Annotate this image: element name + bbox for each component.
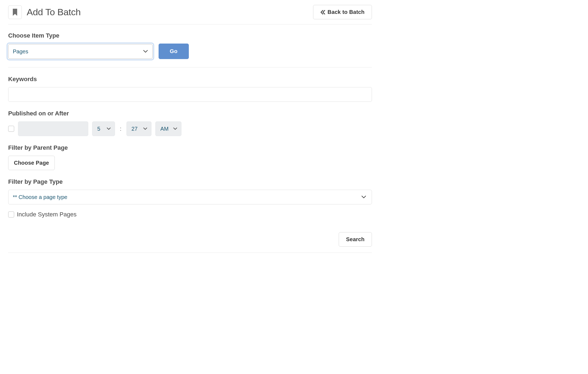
include-system-row: Include System Pages [8,211,372,218]
published-ampm-select[interactable]: AM [155,121,181,136]
minute-select-wrap: 27 [126,121,151,136]
time-colon: : [119,126,123,132]
header-left: Add To Batch [8,5,81,19]
page-title: Add To Batch [27,7,81,17]
search-button[interactable]: Search [339,232,372,247]
page-type-select-wrap: ** Choose a page type [8,190,372,204]
bookmark-icon [8,5,22,19]
published-hour-select[interactable]: 5 [92,121,115,136]
go-button[interactable]: Go [159,44,189,59]
item-type-section: Choose Item Type Pages Go [8,32,372,68]
page-header: Add To Batch Back to Batch [8,5,372,24]
back-to-batch-label: Back to Batch [328,9,365,15]
item-type-label: Choose Item Type [8,32,372,39]
page-type-select[interactable]: ** Choose a page type [8,190,372,204]
chevrons-left-icon [320,10,325,14]
published-label: Published on or After [8,110,372,117]
published-minute-select[interactable]: 27 [126,121,151,136]
hour-select-wrap: 5 [92,121,115,136]
published-row: 5 : 27 AM [8,121,372,136]
parent-page-label: Filter by Parent Page [8,144,372,151]
item-type-select[interactable]: Pages [8,44,153,59]
keywords-label: Keywords [8,76,372,83]
page-type-section: Filter by Page Type ** Choose a page typ… [8,178,372,218]
published-section: Published on or After 5 : 27 [8,110,372,136]
page-type-label: Filter by Page Type [8,178,372,185]
include-system-checkbox[interactable] [8,211,14,217]
include-system-label: Include System Pages [17,211,77,218]
search-row: Search [8,226,372,253]
choose-page-button[interactable]: Choose Page [8,156,55,170]
published-checkbox[interactable] [8,126,14,132]
published-date-input[interactable] [18,121,88,136]
item-type-select-wrap: Pages [8,44,153,59]
ampm-select-wrap: AM [155,121,181,136]
item-type-row: Pages Go [8,44,372,68]
parent-page-section: Filter by Parent Page Choose Page [8,144,372,170]
keywords-input[interactable] [8,87,372,102]
keywords-section: Keywords [8,76,372,102]
back-to-batch-button[interactable]: Back to Batch [313,5,372,19]
